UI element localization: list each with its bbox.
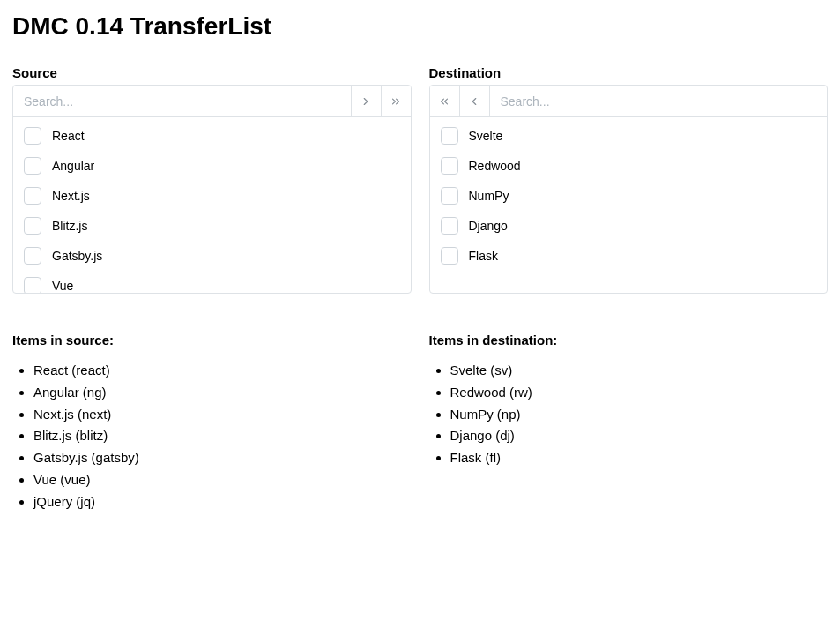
source-header — [13, 86, 411, 117]
checkbox[interactable] — [24, 247, 41, 265]
summary-item: Next.js (next) — [33, 404, 412, 426]
chevrons-right-icon — [390, 95, 402, 108]
list-item[interactable]: Redwood — [430, 151, 828, 181]
checkbox[interactable] — [441, 157, 458, 175]
chevron-left-icon — [468, 95, 480, 108]
summary-item: Blitz.js (blitz) — [33, 425, 412, 447]
checkbox[interactable] — [441, 247, 458, 265]
list-item[interactable]: Blitz.js — [13, 211, 411, 241]
destination-header — [430, 86, 828, 117]
list-item[interactable]: Angular — [13, 151, 411, 181]
chevron-right-icon — [360, 95, 372, 108]
destination-summary: Items in destination: Svelte (sv)Redwood… — [429, 294, 829, 513]
checkbox[interactable] — [24, 217, 41, 235]
chevrons-left-icon — [438, 95, 450, 108]
destination-list[interactable]: SvelteRedwoodNumPyDjangoFlask — [430, 117, 828, 293]
list-item[interactable]: Vue — [13, 271, 411, 293]
summary-item: Angular (ng) — [33, 382, 412, 404]
checkbox[interactable] — [441, 187, 458, 205]
transferlist: Source ReactAngularNext.jsBlitz.jsGatsby… — [12, 65, 828, 294]
move-selected-left-button[interactable] — [460, 86, 490, 116]
source-column: Source ReactAngularNext.jsBlitz.jsGatsby… — [12, 65, 412, 294]
list-item[interactable]: Django — [430, 211, 828, 241]
summary-item: Svelte (sv) — [450, 360, 829, 382]
list-item[interactable]: NumPy — [430, 181, 828, 211]
destination-title: Destination — [429, 65, 829, 80]
summary-item: Django (dj) — [450, 425, 829, 447]
checkbox[interactable] — [24, 277, 41, 293]
list-item-label: Redwood — [469, 159, 521, 173]
move-all-left-button[interactable] — [430, 86, 460, 116]
checkbox[interactable] — [441, 127, 458, 145]
summary-item: Redwood (rw) — [450, 382, 829, 404]
move-all-right-button[interactable] — [381, 86, 411, 116]
list-item-label: Vue — [52, 279, 73, 293]
checkbox[interactable] — [24, 157, 41, 175]
list-item[interactable]: Svelte — [430, 121, 828, 151]
summary-row: Items in source: React (react)Angular (n… — [12, 294, 828, 513]
list-item-label: Blitz.js — [52, 219, 87, 233]
destination-search-input[interactable] — [490, 86, 828, 116]
list-item-label: Django — [469, 219, 508, 233]
destination-panel: SvelteRedwoodNumPyDjangoFlask — [429, 85, 829, 294]
checkbox[interactable] — [441, 217, 458, 235]
checkbox[interactable] — [24, 127, 41, 145]
summary-item: Gatsby.js (gatsby) — [33, 447, 412, 469]
list-item[interactable]: Flask — [430, 241, 828, 271]
summary-item: Vue (vue) — [33, 469, 412, 491]
list-item-label: Gatsby.js — [52, 249, 102, 263]
destination-column: Destination SvelteRedwoodNumPyDjangoFlas… — [429, 65, 829, 294]
list-item-label: Next.js — [52, 189, 90, 203]
list-item[interactable]: Next.js — [13, 181, 411, 211]
list-item[interactable]: Gatsby.js — [13, 241, 411, 271]
list-item[interactable]: React — [13, 121, 411, 151]
summary-item: Flask (fl) — [450, 447, 829, 469]
checkbox[interactable] — [24, 187, 41, 205]
list-item-label: Svelte — [469, 129, 503, 143]
source-panel: ReactAngularNext.jsBlitz.jsGatsby.jsVuej… — [12, 85, 412, 294]
summary-item: React (react) — [33, 360, 412, 382]
source-summary-list: React (react)Angular (ng)Next.js (next)B… — [12, 360, 412, 513]
move-selected-right-button[interactable] — [351, 86, 381, 116]
summary-item: jQuery (jq) — [33, 491, 412, 513]
list-item-label: Angular — [52, 159, 94, 173]
source-search-input[interactable] — [13, 86, 351, 116]
page-title: DMC 0.14 TransferList — [12, 12, 828, 41]
destination-summary-title: Items in destination: — [429, 333, 829, 348]
source-list[interactable]: ReactAngularNext.jsBlitz.jsGatsby.jsVuej… — [13, 117, 411, 293]
source-summary-title: Items in source: — [12, 333, 412, 348]
list-item-label: NumPy — [469, 189, 509, 203]
source-title: Source — [12, 65, 412, 80]
destination-summary-list: Svelte (sv)Redwood (rw)NumPy (np)Django … — [429, 360, 829, 469]
list-item-label: React — [52, 129, 85, 143]
list-item-label: Flask — [469, 249, 498, 263]
summary-item: NumPy (np) — [450, 404, 829, 426]
source-summary: Items in source: React (react)Angular (n… — [12, 294, 412, 513]
